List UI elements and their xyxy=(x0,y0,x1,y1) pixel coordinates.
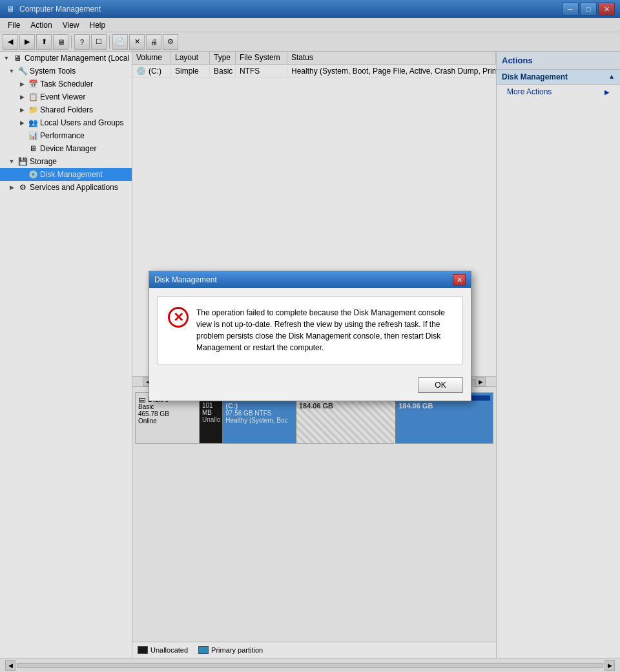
modal-close-button[interactable]: ✕ xyxy=(453,274,466,286)
modal-ok-button[interactable]: OK xyxy=(418,377,463,393)
modal-message: The operation failed to complete because… xyxy=(196,307,452,353)
modal-dialog: Disk Management ✕ ✕ The operation failed… xyxy=(149,271,471,401)
modal-title: Disk Management xyxy=(154,275,453,284)
modal-body: ✕ The operation failed to complete becau… xyxy=(157,296,463,364)
modal-overlay: Disk Management ✕ ✕ The operation failed… xyxy=(0,0,620,672)
error-icon: ✕ xyxy=(168,307,189,328)
modal-title-bar: Disk Management ✕ xyxy=(149,271,471,288)
modal-footer: OK xyxy=(149,372,471,401)
